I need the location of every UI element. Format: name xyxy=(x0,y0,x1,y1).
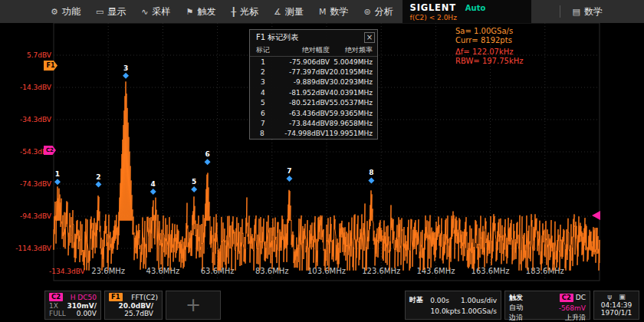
peak-marker-number: 2 xyxy=(96,173,100,181)
peak-marker[interactable] xyxy=(150,189,156,195)
acquisition-status: Auto xyxy=(465,4,486,12)
f1-mode: FFT(C2) xyxy=(131,294,158,301)
plus-icon: + xyxy=(186,296,201,314)
trigger-label: 触发 xyxy=(509,293,523,303)
brand-row: SIGLENT Auto xyxy=(410,2,524,13)
close-icon[interactable]: × xyxy=(364,32,375,43)
trigger-frequency-readout: f(C2) < 2.0Hz xyxy=(410,14,524,21)
trigger-mode: 自动 xyxy=(509,303,523,313)
channel2-coupling: H DC50 xyxy=(71,294,97,301)
points-readout: Curr= 8192pts xyxy=(455,36,523,45)
clock-date: 1970/1/1 xyxy=(601,309,632,317)
f1-row2: 20.0dBV/ xyxy=(109,302,158,310)
clipboard-icon: ▤ xyxy=(573,7,580,17)
peak-marker[interactable] xyxy=(286,176,292,182)
marker-number: 1 xyxy=(250,58,276,66)
channel2-scale: 310mV/ xyxy=(67,302,97,310)
marker-table-row: 8-74.998dBV119.9951MHz xyxy=(250,129,377,139)
lan-icon: ▣ xyxy=(619,294,626,301)
menu-item-measure[interactable]: ∡测量 xyxy=(266,0,311,23)
channel2-offset: 0.00V xyxy=(77,310,97,317)
peak-marker[interactable] xyxy=(123,73,129,79)
menu-item-display[interactable]: ▭显示 xyxy=(88,0,133,23)
cursor-icon: ╂ xyxy=(231,7,236,17)
menubar-items: ⚙功能▭显示∿采样⚑触发╂光标∡测量M数学⊚分析 xyxy=(43,0,401,23)
usb-icon: ψ xyxy=(607,294,612,301)
marker-frequency: 55.0537MHz xyxy=(330,99,377,107)
menu-item-label: 数学 xyxy=(584,5,603,18)
marker-amplitude: -74.998dBV xyxy=(274,130,325,137)
y-tick-label: -34.3dBV xyxy=(20,116,52,123)
marker-number: 4 xyxy=(250,89,276,97)
menu-item-math-right[interactable]: ▤ 数学 xyxy=(565,0,610,23)
f1-box[interactable]: F1 FFT(C2) 20.0dBV/ 25.7dBV xyxy=(104,291,163,320)
column-header-amplitude: 绝对幅度 xyxy=(276,45,330,55)
menubar-right: ▤ 数学 xyxy=(560,0,610,23)
marker-amplitude: -9.889dBV xyxy=(276,78,330,86)
peak-marker[interactable] xyxy=(54,179,61,185)
marker-number: 6 xyxy=(250,110,276,117)
x-tick-label: 163.6MHz xyxy=(472,267,510,275)
add-trace-box[interactable]: + xyxy=(166,291,221,320)
marker-frequency: 30.0293MHz xyxy=(330,78,377,86)
f1-badge: F1 xyxy=(109,293,123,301)
menu-item-analysis[interactable]: ⊚分析 xyxy=(356,0,400,23)
menu-item-label: 显示 xyxy=(107,5,126,18)
marker-number: 5 xyxy=(250,99,276,107)
measure-icon: ∡ xyxy=(274,7,281,17)
channel2-badge: C2 xyxy=(49,293,63,301)
trigger-row1: 触发 C2 DC xyxy=(509,293,586,303)
timebase-delay: 0.00s xyxy=(430,297,461,304)
peak-marker[interactable] xyxy=(368,177,374,183)
trigger-level-indicator[interactable] xyxy=(592,211,600,220)
rbw-readout: RBW= 197.75kHz xyxy=(455,57,523,66)
marker-number: 3 xyxy=(250,78,276,86)
marker-table-header: 标记 绝对幅度 绝对频率 xyxy=(250,44,377,57)
f1-scale: 20.0dBV/ xyxy=(119,302,153,310)
column-header-frequency: 绝对频率 xyxy=(330,45,377,55)
timebase-row1: 时基 0.00s 1.00us/div xyxy=(409,295,497,305)
peak-marker[interactable] xyxy=(95,182,101,188)
delta-f-readout: Δf= 122.07kHz xyxy=(455,48,523,57)
marker-amplitude: -63.436dBV xyxy=(276,110,330,117)
menubar-separator xyxy=(560,5,560,18)
menu-item-label: 采样 xyxy=(153,5,171,18)
menu-item-function[interactable]: ⚙功能 xyxy=(43,0,88,23)
menu-item-cursors[interactable]: ╂光标 xyxy=(223,0,266,23)
menu-item-label: 数学 xyxy=(330,5,348,18)
channel2-box[interactable]: C2 H DC50 1X 310mV/ FULL 0.00V xyxy=(44,291,101,320)
y-tick-label: -94.3dBV xyxy=(20,212,52,220)
menu-item-acquire[interactable]: ∿采样 xyxy=(133,0,178,23)
marker-frequency: 5.0049MHz xyxy=(330,58,377,66)
timebase-box[interactable]: 时基 0.00s 1.00us/div 10.0kpts 1.00GSa/s xyxy=(405,291,501,320)
peak-marker-number: 4 xyxy=(151,180,156,188)
timebase-memory: 10.0kpts xyxy=(431,307,462,315)
analysis-icon: ⊚ xyxy=(363,7,370,17)
trigger-box[interactable]: 触发 C2 DC 自动 -568mV 边沿 上升沿 xyxy=(504,291,590,320)
menu-item-label: 触发 xyxy=(197,5,215,18)
channel2-row2: 1X 310mV/ xyxy=(49,302,97,310)
peak-marker-number: 6 xyxy=(205,150,209,158)
marker-table-row: 7-73.844dBV89.9658MHz xyxy=(250,118,377,128)
peak-marker[interactable] xyxy=(191,186,197,192)
f1-row3: 25.7dBV xyxy=(109,310,158,317)
x-tick-label: 183.6MHz xyxy=(526,267,564,275)
marker-amplitude: -73.844dBV xyxy=(276,120,330,127)
marker-frequency: 40.0391MHz xyxy=(330,89,377,97)
x-tick-label: 103.6MHz xyxy=(307,267,346,275)
marker-table-row: 5-80.521dBV55.0537MHz xyxy=(250,98,377,108)
trigger-level: -568mV xyxy=(559,304,586,312)
clock-box[interactable]: ψ▣ 04:14:39 1970/1/1 xyxy=(593,291,639,320)
marker-table-title: F1 标记列表 xyxy=(256,32,298,43)
timebase-label: 时基 xyxy=(409,295,430,305)
channel2-probe: 1X xyxy=(49,302,58,310)
marker-table-body: 1-75.906dBV5.0049MHz2-77.397dBV20.0195MH… xyxy=(250,57,377,139)
menu-item-trigger[interactable]: ⚑触发 xyxy=(179,0,224,23)
trigger-source-group: C2 DC xyxy=(560,294,586,302)
marker-frequency: 59.9365MHz xyxy=(330,110,377,117)
peak-marker[interactable] xyxy=(205,159,211,165)
menu-item-math[interactable]: M数学 xyxy=(311,0,356,23)
marker-amplitude: -77.397dBV xyxy=(276,68,330,76)
waveform-display[interactable]: 23.6MHz43.6MHz63.6MHz83.6MHz103.6MHz123.… xyxy=(0,23,644,288)
gear-icon: ⚙ xyxy=(51,7,58,17)
